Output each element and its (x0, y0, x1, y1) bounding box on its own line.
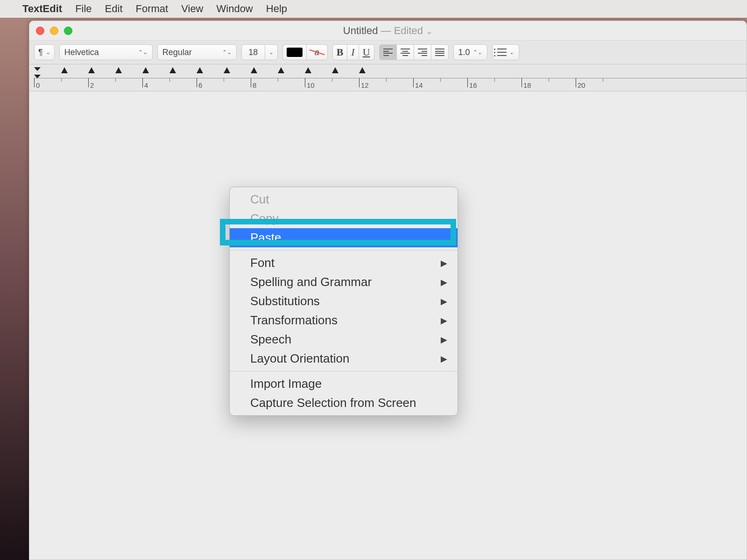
alignment-group (379, 44, 449, 60)
font-style-dropdown[interactable]: Regular ⌃⌄ (157, 44, 237, 60)
ruler-tick (197, 78, 197, 87)
font-style-value: Regular (162, 48, 192, 57)
context-menu: CutCopyPasteFont▶Spelling and Grammar▶Su… (229, 187, 458, 416)
ruler-tick (413, 78, 414, 87)
align-right-icon (418, 49, 427, 56)
ruler-tick (251, 78, 251, 87)
text-style-group: B I U (332, 44, 374, 60)
updown-icon: ⌃⌄ (473, 49, 482, 56)
ruler-tick-label: 18 (523, 81, 531, 89)
tab-stop-icon[interactable] (224, 67, 230, 73)
font-size-value: 18 (248, 48, 258, 57)
menu-help[interactable]: Help (266, 3, 287, 15)
context-menu-item-capture-selection-from-screen[interactable]: Capture Selection from Screen (230, 393, 458, 413)
menu-edit[interactable]: Edit (105, 3, 123, 15)
ruler-tick (142, 78, 143, 87)
context-menu-item-spelling-and-grammar[interactable]: Spelling and Grammar▶ (230, 273, 458, 292)
context-menu-item-import-image[interactable]: Import Image (230, 374, 458, 393)
context-menu-item-substitutions[interactable]: Substitutions▶ (230, 292, 458, 311)
ruler-tick-label: 20 (578, 81, 585, 89)
ruler-minor-tick (440, 78, 441, 82)
ruler-tick-label: 0 (36, 81, 40, 89)
no-highlight-icon: a (310, 48, 324, 57)
tab-stop-icon[interactable] (169, 67, 176, 73)
ruler-tick-label: 2 (90, 81, 94, 89)
ruler-tick-label: 10 (307, 81, 315, 89)
ruler[interactable]: 02468101214161820 (29, 64, 747, 91)
align-left-button[interactable] (379, 44, 396, 60)
tab-stop-icon[interactable] (332, 67, 338, 73)
ruler-minor-tick (169, 78, 170, 82)
list-style-dropdown[interactable]: ⌄ (492, 44, 519, 60)
ruler-minor-tick (549, 78, 549, 82)
underline-button[interactable]: U (359, 44, 374, 60)
tab-stop-icon[interactable] (359, 67, 366, 73)
font-family-dropdown[interactable]: Helvetica ⌃⌄ (59, 44, 153, 60)
paragraph-style-dropdown[interactable]: ¶ ⌄ (34, 44, 55, 60)
ruler-tick (521, 78, 522, 87)
margin-marker-icon[interactable] (34, 67, 41, 71)
tab-stop-icon[interactable] (115, 67, 122, 73)
context-menu-item-layout-orientation[interactable]: Layout Orientation▶ (230, 349, 458, 368)
context-menu-item-label: Import Image (250, 377, 322, 391)
submenu-arrow-icon: ▶ (441, 258, 447, 268)
ruler-tick-label: 4 (144, 81, 148, 89)
bold-button[interactable]: B (332, 44, 347, 60)
align-justify-button[interactable] (431, 44, 449, 60)
ruler-tick (467, 78, 468, 87)
chevron-down-icon: ⌄ (269, 49, 274, 56)
ruler-minor-tick (386, 78, 387, 82)
font-size-field[interactable]: 18 (241, 44, 265, 60)
context-menu-item-font[interactable]: Font▶ (230, 253, 458, 273)
zoom-button[interactable] (64, 27, 72, 35)
context-menu-item-label: Transformations (250, 313, 338, 328)
window-title: Untitled — Edited ⌄ (29, 25, 747, 37)
color-group: a (282, 44, 328, 60)
tab-stop-icon[interactable] (61, 67, 68, 73)
tab-stop-icon[interactable] (88, 67, 95, 73)
context-menu-item-copy: Copy (230, 209, 458, 228)
context-menu-item-label: Speech (250, 332, 291, 347)
ruler-minor-tick (61, 78, 62, 82)
menu-separator (230, 371, 458, 371)
tab-stop-icon[interactable] (305, 67, 311, 73)
ruler-tick (88, 78, 89, 87)
text-color-button[interactable] (282, 44, 306, 60)
menu-window[interactable]: Window (217, 3, 253, 15)
document-title: Untitled (343, 25, 378, 36)
menu-file[interactable]: File (75, 3, 92, 15)
italic-button[interactable]: I (347, 44, 358, 60)
highlight-color-button[interactable]: a (306, 44, 328, 60)
ruler-minor-tick (278, 78, 278, 82)
menu-format[interactable]: Format (136, 3, 169, 15)
font-size-group: 18 ⌄ (241, 44, 278, 60)
menu-view[interactable]: View (181, 3, 203, 15)
close-button[interactable] (36, 27, 44, 35)
align-justify-icon (435, 49, 444, 56)
context-menu-item-paste[interactable]: Paste (230, 228, 458, 247)
context-menu-item-label: Spelling and Grammar (250, 275, 372, 289)
tab-stop-icon[interactable] (197, 67, 203, 73)
align-center-icon (401, 49, 410, 56)
app-name[interactable]: TextEdit (22, 3, 62, 15)
ruler-minor-tick (115, 78, 116, 82)
ruler-tick-label: 12 (361, 81, 369, 89)
context-menu-item-label: Font (250, 256, 275, 270)
context-menu-item-transformations[interactable]: Transformations▶ (230, 311, 458, 330)
align-right-button[interactable] (414, 44, 431, 60)
window-controls (36, 27, 72, 35)
menu-separator (230, 250, 458, 251)
minimize-button[interactable] (50, 27, 58, 35)
title-chevron-icon[interactable]: ⌄ (426, 27, 433, 36)
ruler-minor-tick (603, 78, 603, 82)
tab-stop-icon[interactable] (278, 67, 284, 73)
color-swatch-icon (287, 48, 303, 57)
line-spacing-dropdown[interactable]: 1.0 ⌃⌄ (453, 44, 487, 60)
align-center-button[interactable] (396, 44, 414, 60)
tab-stop-icon[interactable] (251, 67, 257, 73)
ruler-tick-label: 6 (198, 81, 202, 89)
font-size-stepper[interactable]: ⌄ (265, 44, 278, 60)
ruler-tick (305, 78, 305, 87)
context-menu-item-speech[interactable]: Speech▶ (230, 330, 458, 349)
tab-stop-icon[interactable] (142, 67, 149, 73)
